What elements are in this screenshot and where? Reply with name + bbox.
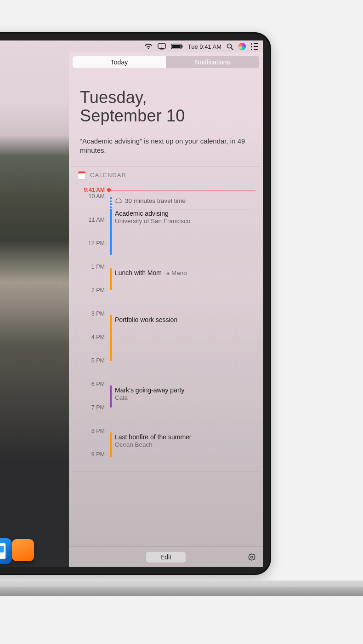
battery-icon[interactable]	[171, 44, 183, 49]
calendar-timeline[interactable]: 9:41 AM 10 AM 11 AM 12 PM 1 PM 2 PM	[72, 184, 260, 471]
hour-label: 9 PM	[72, 451, 105, 458]
car-icon	[115, 198, 122, 203]
event-title: Academic advising	[115, 210, 255, 217]
dock-app-keynote[interactable]	[0, 538, 12, 564]
tab-notifications[interactable]: Notifications	[166, 56, 259, 68]
event-last-bonfire[interactable]: Last bonfire of the summer Ocean Beach	[110, 432, 255, 457]
calendar-icon	[78, 172, 85, 179]
date-line1: Tuesday,	[80, 88, 252, 107]
event-location: Cala	[115, 394, 128, 401]
laptop-screen: Tue 9:41 AM Today Notifications Tuesday,…	[0, 40, 263, 567]
wifi-icon[interactable]	[144, 44, 153, 50]
airplay-icon[interactable]	[158, 43, 166, 50]
hour-label: 1 PM	[72, 264, 105, 270]
event-marks-going-away-party[interactable]: Mark’s going-away party Cala	[110, 385, 255, 408]
hour-label: 12 PM	[72, 240, 105, 247]
menubar-clock[interactable]: Tue 9:41 AM	[188, 43, 221, 50]
hour-label: 10 AM	[72, 193, 105, 200]
svg-point-7	[251, 556, 253, 558]
event-academic-advising[interactable]: Academic advising University of San Fran…	[110, 209, 255, 255]
current-time-label: 9:41 AM	[72, 187, 105, 193]
notification-center-icon[interactable]	[251, 43, 258, 50]
siri-icon[interactable]	[238, 43, 246, 50]
macos-desktop: Tue 9:41 AM Today Notifications Tuesday,…	[0, 40, 263, 567]
event-title: Mark’s going-away party	[115, 386, 255, 394]
svg-line-15	[254, 554, 255, 555]
svg-line-13	[254, 559, 255, 559]
event-lunch-with-mom[interactable]: Lunch with Mom a Mano	[110, 268, 255, 290]
notification-center-panel: Today Notifications Tuesday, September 1…	[69, 52, 263, 567]
today-view-toolbar: Edit	[69, 546, 263, 567]
travel-time-text: 30 minutes travel time	[125, 197, 186, 204]
svg-rect-3	[182, 46, 182, 48]
laptop-frame: Tue 9:41 AM Today Notifications Tuesday,…	[0, 32, 271, 575]
hour-label: 11 AM	[72, 217, 105, 223]
svg-rect-2	[172, 45, 181, 48]
laptop-base	[0, 581, 363, 599]
dock-app-pages[interactable]	[12, 539, 34, 561]
event-location: a Mano	[166, 270, 187, 276]
hour-label: 4 PM	[72, 334, 105, 340]
svg-point-6	[249, 554, 255, 560]
svg-line-14	[249, 559, 250, 559]
event-location: University of San Francisco	[115, 218, 190, 224]
tab-today[interactable]: Today	[73, 56, 166, 68]
svg-line-5	[231, 47, 233, 49]
today-notifications-segmented: Today Notifications	[73, 56, 259, 68]
date-line2: September 10	[80, 107, 252, 125]
hour-label: 2 PM	[72, 287, 105, 293]
calendar-widget-title: CALENDAR	[90, 172, 126, 178]
calendar-widget: CALENDAR 9:41 AM 10 AM	[72, 167, 260, 472]
event-title: Lunch with Mom	[115, 269, 162, 276]
gear-icon[interactable]	[247, 552, 256, 562]
svg-line-12	[249, 554, 250, 555]
calendar-widget-header: CALENDAR	[72, 167, 260, 184]
hour-label: 5 PM	[72, 357, 105, 364]
event-portfolio-work-session[interactable]: Portfolio work session	[110, 315, 255, 361]
events-overlay: 30 minutes travel time Academic advising	[110, 196, 255, 456]
today-summary-text: “Academic advising” is next up on your c…	[69, 131, 263, 167]
travel-time-block[interactable]: 30 minutes travel time	[110, 197, 255, 208]
edit-button[interactable]: Edit	[146, 552, 186, 563]
spotlight-icon[interactable]	[227, 43, 233, 50]
event-title: Last bonfire of the summer	[115, 433, 255, 441]
hour-label: 6 PM	[72, 381, 105, 387]
hour-label: 3 PM	[72, 310, 105, 317]
event-title: Portfolio work session	[115, 316, 255, 323]
dock	[0, 538, 37, 564]
menu-bar: Tue 9:41 AM	[140, 40, 263, 52]
hour-label: 7 PM	[72, 404, 105, 411]
event-location: Ocean Beach	[115, 441, 153, 448]
hour-label: 8 PM	[72, 428, 105, 434]
today-date-heading: Tuesday, September 10	[69, 68, 263, 131]
